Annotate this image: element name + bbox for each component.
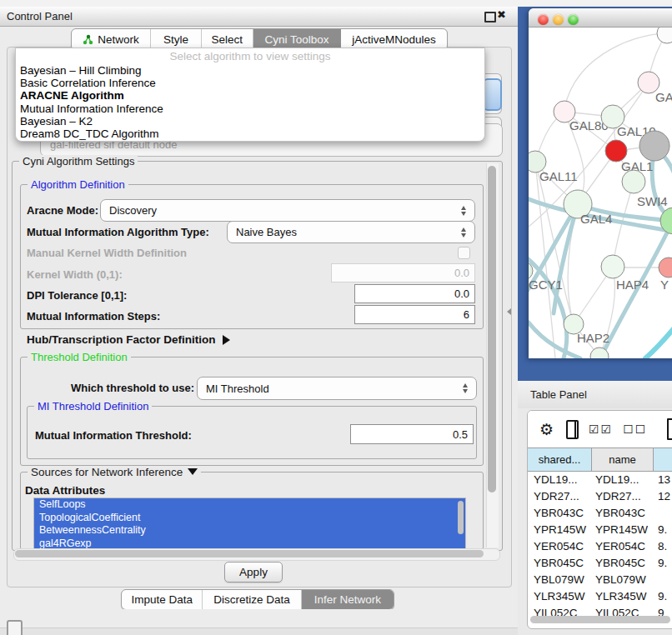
algorithm-dropdown-popup: Select algorithm to view settings Bayesi…	[15, 48, 485, 142]
network-node-label: SWI4	[637, 194, 668, 208]
kernel-width-label: Kernel Width (0,1):	[27, 268, 123, 281]
table-cell: YER054C	[528, 540, 592, 552]
algorithm-options: Bayesian – Hill ClimbingBasic Correlatio…	[16, 64, 484, 140]
table-cell: YBL079W	[528, 573, 592, 586]
table-cell: YBR045C	[592, 557, 654, 569]
combo-stepper-icon	[456, 206, 474, 216]
table-row[interactable]: YBR043CYBR043C	[528, 504, 672, 521]
table-cell: YDL19...	[528, 473, 592, 486]
mi-algorithm-type-combo[interactable]: Naive Bayes	[227, 221, 475, 243]
tab-infer-network[interactable]: Infer Network	[302, 590, 394, 609]
minimize-traffic-light-icon[interactable]	[553, 14, 564, 25]
manual-kernel-width-checkbox[interactable]	[458, 247, 470, 259]
network-node[interactable]	[639, 131, 669, 161]
network-edge[interactable]	[564, 34, 667, 108]
algorithm-option[interactable]: ARACNE Algorithm	[16, 89, 484, 102]
network-node[interactable]	[659, 258, 672, 278]
network-node[interactable]	[601, 255, 624, 278]
table-cell: YLR345W	[528, 590, 592, 602]
table-toolbar: ⚙ ☑☑ ☐☐	[528, 411, 672, 448]
data-attribute-item[interactable]: TopologicalCoefficient	[34, 512, 465, 525]
table-cell: 9.	[654, 523, 672, 536]
node-table-body: YDL19...YDL19...13YDR27...YDR27...12YBR0…	[528, 471, 672, 621]
zoom-traffic-light-icon[interactable]	[568, 14, 579, 25]
table-cell: YBL079W	[592, 573, 654, 586]
expand-right-icon	[223, 335, 230, 345]
table-row[interactable]: YDL19...YDL19...13	[528, 471, 672, 488]
network-node-label: HAP4	[616, 278, 649, 292]
table-cell: YLR345W	[592, 590, 654, 602]
network-node-label: HAP2	[577, 331, 609, 345]
data-attributes-list[interactable]: SelfLoopsTopologicalCoefficientBetweenne…	[33, 498, 466, 551]
unchecked-boxes-icon[interactable]: ☐☐	[623, 422, 647, 436]
column-header-name[interactable]: name	[592, 448, 654, 471]
network-icon	[83, 34, 93, 45]
table-cell: YBR045C	[528, 557, 592, 569]
table-row[interactable]: YER054CYER054C8.	[528, 538, 672, 554]
which-threshold-combo[interactable]: MI Threshold	[197, 377, 477, 400]
close-traffic-light-icon[interactable]	[538, 14, 549, 25]
hub-definition-toggle[interactable]: Hub/Transcription Factor Definition	[27, 333, 230, 346]
table-cell: YDR27...	[592, 490, 654, 502]
gear-icon[interactable]: ⚙	[539, 420, 554, 439]
kernel-width-field[interactable]: 0.0	[331, 263, 475, 282]
column-header-shared[interactable]: shared...	[528, 448, 592, 471]
tab-discretize-data[interactable]: Discretize Data	[203, 590, 301, 609]
network-canvas[interactable]: GALGAL80GAL10GAL1GAL11SWI4GAL4GCY1HAP4YH…	[529, 27, 672, 358]
algorithm-option[interactable]: Mutual Information Inference	[16, 102, 484, 115]
settings-vscroll-thumb[interactable]	[488, 166, 496, 492]
table-hscroll-thumb[interactable]	[530, 616, 670, 623]
column-header-clipped[interactable]	[654, 448, 672, 471]
mi-steps-field[interactable]: 6	[354, 305, 475, 324]
apply-button[interactable]: Apply	[224, 562, 283, 582]
close-icon[interactable]: ✖	[497, 8, 506, 21]
sources-group-title[interactable]: Sources for Network Inference	[28, 466, 201, 478]
table-row[interactable]: YBR045CYBR045C9.	[528, 554, 672, 571]
attribute-list-scrollbar[interactable]	[458, 501, 464, 534]
table-header-row: shared... name	[528, 448, 672, 472]
cyni-settings-title: Cyni Algorithm Settings	[19, 155, 138, 168]
checked-boxes-icon[interactable]: ☑☑	[589, 422, 613, 436]
mi-threshold-field[interactable]: 0.5	[350, 424, 474, 444]
table-row[interactable]: YPR145WYPR145W9.	[528, 521, 672, 538]
dpi-tolerance-field[interactable]: 0.0	[354, 284, 475, 303]
table-row[interactable]: YBL079WYBL079W	[528, 571, 672, 588]
control-panel-title: Control Panel	[7, 10, 73, 22]
table-cell: 12	[654, 490, 672, 502]
panel-divider-collapse-icon[interactable]	[507, 308, 511, 315]
algorithm-placeholder: Select algorithm to view settings	[16, 48, 484, 64]
network-node[interactable]	[622, 170, 645, 193]
network-node-label: Y	[660, 278, 669, 292]
tab-impute-data[interactable]: Impute Data	[122, 590, 203, 609]
document-icon[interactable]	[667, 418, 672, 440]
mi-algorithm-type-label: Mutual Information Algorithm Type:	[27, 226, 209, 238]
algorithm-option[interactable]: Basic Correlation Inference	[16, 77, 484, 89]
collapsed-panel-icon[interactable]	[7, 620, 23, 635]
aracne-mode-combo[interactable]: Discovery	[100, 199, 475, 222]
mi-threshold-label: Mutual Information Threshold:	[35, 429, 192, 442]
algorithm-option[interactable]: Bayesian – K2	[16, 115, 484, 128]
table-cell: 13	[654, 473, 672, 486]
data-attributes-label: Data Attributes	[25, 484, 105, 497]
table-cell: 8.	[654, 540, 672, 552]
network-node[interactable]	[657, 27, 672, 43]
float-window-icon[interactable]	[484, 12, 496, 22]
table-panel-title: Table Panel	[530, 388, 587, 401]
mi-steps-label: Mutual Information Steps:	[27, 310, 160, 322]
table-cell: 9.	[654, 590, 672, 602]
split-columns-icon[interactable]	[566, 420, 579, 439]
settings-hscroll-thumb[interactable]	[15, 550, 484, 558]
table-cell: YER054C	[592, 540, 654, 552]
data-attribute-item[interactable]: BetweennessCentrality	[34, 524, 465, 538]
algorithm-option[interactable]: Dream8 DC_TDC Algorithm	[16, 128, 484, 140]
network-node-label: GAL	[655, 90, 672, 104]
table-row[interactable]: YLR345WYLR345W9.	[528, 588, 672, 604]
control-panel-titlebar	[0, 7, 518, 27]
network-window-titlebar[interactable]	[529, 8, 672, 28]
data-attribute-item[interactable]: SelfLoops	[34, 498, 465, 512]
table-row[interactable]: YDR27...YDR27...12	[528, 488, 672, 504]
table-cell: YDR27...	[528, 490, 592, 502]
algorithm-combo-stepper-fragment[interactable]	[483, 78, 502, 111]
algorithm-option[interactable]: Bayesian – Hill Climbing	[16, 64, 484, 77]
network-edge[interactable]	[645, 327, 672, 358]
